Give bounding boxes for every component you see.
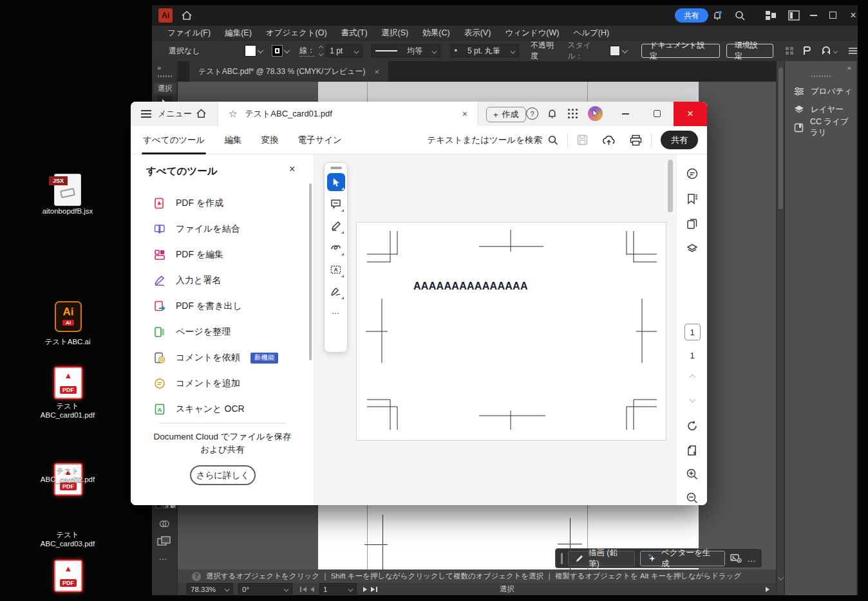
menu-select[interactable]: 選択(S) <box>382 28 409 39</box>
create-tab-button[interactable]: + 作成 <box>486 107 526 122</box>
desktop-label-ai[interactable]: テストABC.ai <box>16 337 119 347</box>
menu-type[interactable]: 書式(T) <box>341 28 368 39</box>
previous-page-button[interactable] <box>310 586 314 593</box>
home-icon[interactable] <box>195 107 207 120</box>
desktop-label-jsx[interactable]: aitonbopdfB.jsx <box>16 207 119 215</box>
stroke-profile-select[interactable]: 均等 <box>372 44 440 57</box>
draw-pencil-button[interactable]: 描画 (鉛筆) <box>568 551 635 566</box>
drag-handle[interactable] <box>158 75 172 77</box>
tab-all-tools[interactable]: すべてのツール <box>143 134 205 146</box>
menu-effect[interactable]: 効果(C) <box>422 28 449 39</box>
minimize-button[interactable] <box>622 107 629 115</box>
status-bar-expand-icon[interactable] <box>766 586 769 593</box>
canvas-vertical-scrollbar[interactable] <box>776 61 784 595</box>
desktop-icon-jsx-file[interactable]: JSX <box>52 172 84 207</box>
chevron-down-icon[interactable] <box>621 47 628 53</box>
snap-magnet-icon[interactable] <box>821 46 838 55</box>
tool-combine-files[interactable]: ファイルを結合 <box>131 216 314 242</box>
panel-drag-handle[interactable] <box>811 75 831 77</box>
comments-panel-icon[interactable] <box>677 167 708 180</box>
zoom-in-icon[interactable] <box>677 468 708 481</box>
tool-fill-sign[interactable]: 入力と署名 <box>131 268 314 293</box>
help-icon[interactable]: ? <box>526 107 538 120</box>
first-page-button[interactable] <box>300 587 307 592</box>
artboard-tool-icon[interactable] <box>157 536 171 548</box>
page-number-input[interactable]: 1 <box>677 324 708 340</box>
desktop-label-card03-line1[interactable]: テスト <box>16 530 119 540</box>
expand-panel-icon[interactable]: » <box>157 64 161 71</box>
tab-edit[interactable]: 編集 <box>224 134 241 146</box>
generate-vectors-button[interactable]: ベクターを生成 <box>640 551 725 566</box>
close-button[interactable]: × <box>674 102 707 126</box>
notifications-bell-icon[interactable] <box>712 10 723 21</box>
zoom-level-select[interactable]: 78.33% <box>187 583 233 596</box>
acrobat-document-tab[interactable]: ☆ テストABC_card01.pdf × <box>218 102 478 126</box>
taskbar-drag-handle[interactable] <box>561 553 563 564</box>
minimize-button[interactable] <box>810 15 817 16</box>
comment-tool[interactable] <box>327 195 345 213</box>
desktop-icon-ai-file[interactable]: Ai AI <box>55 301 82 332</box>
desktop-label-card02-line1[interactable]: テスト <box>16 466 119 476</box>
highlight-tool[interactable] <box>327 217 345 235</box>
chevron-down-icon[interactable] <box>284 47 290 53</box>
select-tool[interactable] <box>327 173 345 191</box>
tab-convert[interactable]: 変換 <box>261 134 278 146</box>
desktop-label-card01-line1[interactable]: テスト <box>16 402 119 411</box>
close-icon[interactable]: × <box>375 67 380 77</box>
menu-button[interactable]: メニュー <box>158 108 192 120</box>
panel-scrollbar-thumb[interactable] <box>309 183 312 360</box>
sign-tool[interactable] <box>327 282 345 300</box>
tool-scan-ocr[interactable]: A スキャンと OCR <box>131 396 314 422</box>
tool-add-comments[interactable]: コメントを追加 <box>131 371 314 396</box>
fit-page-icon[interactable] <box>677 444 708 457</box>
desktop-icon-pdf-card03[interactable]: ▲ PDF <box>54 560 82 592</box>
stroke-width-stepper[interactable] <box>319 46 323 56</box>
snap-to-glyph-icon[interactable] <box>803 46 813 55</box>
menu-file[interactable]: ファイル(F) <box>167 28 211 39</box>
rotation-select[interactable]: 0° <box>238 583 292 596</box>
desktop-label-card01-line2[interactable]: ABC_card01.pdf <box>16 411 119 419</box>
close-tab-icon[interactable]: × <box>462 109 467 119</box>
taskbar-more-icon[interactable]: … <box>747 553 757 564</box>
strip-drag-handle[interactable] <box>330 167 342 169</box>
tool-edit-pdf[interactable]: PDF を編集 <box>131 242 314 268</box>
next-page-button[interactable] <box>363 586 367 593</box>
more-tools-icon[interactable]: … <box>158 551 168 562</box>
illustrator-share-button[interactable]: 共有 <box>675 8 708 23</box>
document-tab[interactable]: テストABC.pdf* @ 78.33 % (CMYK/プレビュー) × <box>189 61 388 82</box>
chevron-down-icon[interactable] <box>778 574 784 580</box>
stroke-color-swatch[interactable] <box>272 45 283 57</box>
menu-help[interactable]: ヘルプ(H) <box>573 28 609 39</box>
close-button[interactable]: × <box>846 8 860 23</box>
chevron-down-icon[interactable] <box>257 47 263 53</box>
search-icon[interactable] <box>734 10 746 21</box>
scrollbar-thumb[interactable] <box>778 68 783 209</box>
panel-tab-layers[interactable]: レイヤー <box>785 100 856 118</box>
fill-color-swatch[interactable] <box>245 45 256 57</box>
collapse-panel-icon[interactable]: « <box>785 61 856 74</box>
zoom-out-icon[interactable] <box>677 492 708 504</box>
panels-layout-icon[interactable] <box>788 10 800 21</box>
draw-tool[interactable] <box>327 239 345 257</box>
desktop-label-card03-line2[interactable]: ABC_card03.pdf <box>16 540 119 548</box>
grid-snap-icon[interactable] <box>785 46 794 55</box>
document-view[interactable]: A … <box>314 154 676 505</box>
home-icon[interactable] <box>180 9 193 22</box>
panel-tab-cc-libraries[interactable]: CC ライブラリ <box>785 118 856 136</box>
bookmarks-panel-icon[interactable] <box>677 192 708 205</box>
notifications-bell-icon[interactable] <box>546 107 558 120</box>
previous-page-icon[interactable] <box>677 375 708 380</box>
learn-more-button[interactable]: さらに詳しく <box>190 465 256 485</box>
hamburger-menu-icon[interactable] <box>141 110 151 118</box>
apps-grid-icon[interactable] <box>567 108 578 119</box>
opacity-label[interactable]: 不透明度 <box>531 40 561 62</box>
menu-object[interactable]: オブジェクト(O) <box>266 28 327 39</box>
stroke-label[interactable]: 線： <box>299 45 315 57</box>
star-icon[interactable]: ☆ <box>229 108 237 120</box>
search-tools-button[interactable]: テキストまたはツールを検索 <box>427 134 558 146</box>
account-avatar[interactable] <box>588 106 603 121</box>
artboard-number-select[interactable]: 1 <box>319 583 357 596</box>
tool-organize-pages[interactable]: ページを整理 <box>131 319 314 345</box>
control-menu-icon[interactable] <box>848 47 858 55</box>
upload-cloud-icon[interactable] <box>602 134 616 146</box>
